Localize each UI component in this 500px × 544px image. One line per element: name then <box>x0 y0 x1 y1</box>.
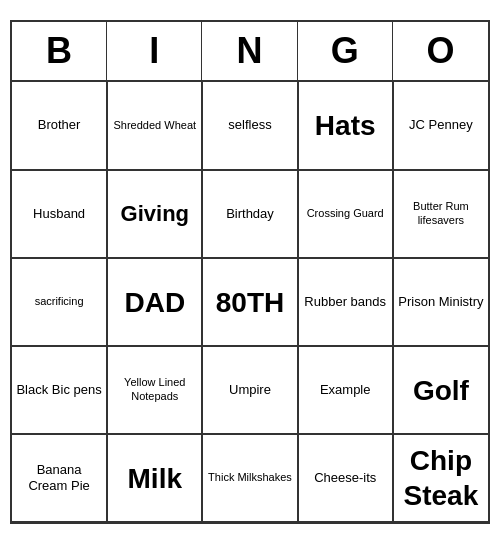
bingo-cell[interactable]: Shredded Wheat <box>107 82 202 170</box>
bingo-cell[interactable]: Chip Steak <box>393 434 488 522</box>
bingo-cell[interactable]: selfless <box>202 82 297 170</box>
bingo-cell[interactable]: Crossing Guard <box>298 170 393 258</box>
bingo-cell[interactable]: Birthday <box>202 170 297 258</box>
bingo-header: BINGO <box>12 22 488 82</box>
bingo-cell[interactable]: sacrificing <box>12 258 107 346</box>
bingo-cell[interactable]: Banana Cream Pie <box>12 434 107 522</box>
bingo-cell[interactable]: Husband <box>12 170 107 258</box>
bingo-cell[interactable]: Brother <box>12 82 107 170</box>
bingo-cell[interactable]: Black Bic pens <box>12 346 107 434</box>
bingo-cell[interactable]: Cheese-its <box>298 434 393 522</box>
bingo-cell[interactable]: Prison Ministry <box>393 258 488 346</box>
bingo-cell[interactable]: 80TH <box>202 258 297 346</box>
bingo-cell[interactable]: Umpire <box>202 346 297 434</box>
header-letter: N <box>202 22 297 80</box>
bingo-cell[interactable]: Rubber bands <box>298 258 393 346</box>
bingo-cell[interactable]: Example <box>298 346 393 434</box>
header-letter: I <box>107 22 202 80</box>
bingo-cell[interactable]: DAD <box>107 258 202 346</box>
bingo-cell[interactable]: Yellow Lined Notepads <box>107 346 202 434</box>
bingo-cell[interactable]: JC Penney <box>393 82 488 170</box>
bingo-cell[interactable]: Giving <box>107 170 202 258</box>
bingo-grid: BrotherShredded WheatselflessHatsJC Penn… <box>12 82 488 522</box>
header-letter: O <box>393 22 488 80</box>
header-letter: B <box>12 22 107 80</box>
bingo-card: BINGO BrotherShredded WheatselflessHatsJ… <box>10 20 490 524</box>
bingo-cell[interactable]: Thick Milkshakes <box>202 434 297 522</box>
bingo-cell[interactable]: Golf <box>393 346 488 434</box>
bingo-cell[interactable]: Milk <box>107 434 202 522</box>
bingo-cell[interactable]: Hats <box>298 82 393 170</box>
bingo-cell[interactable]: Butter Rum lifesavers <box>393 170 488 258</box>
header-letter: G <box>298 22 393 80</box>
